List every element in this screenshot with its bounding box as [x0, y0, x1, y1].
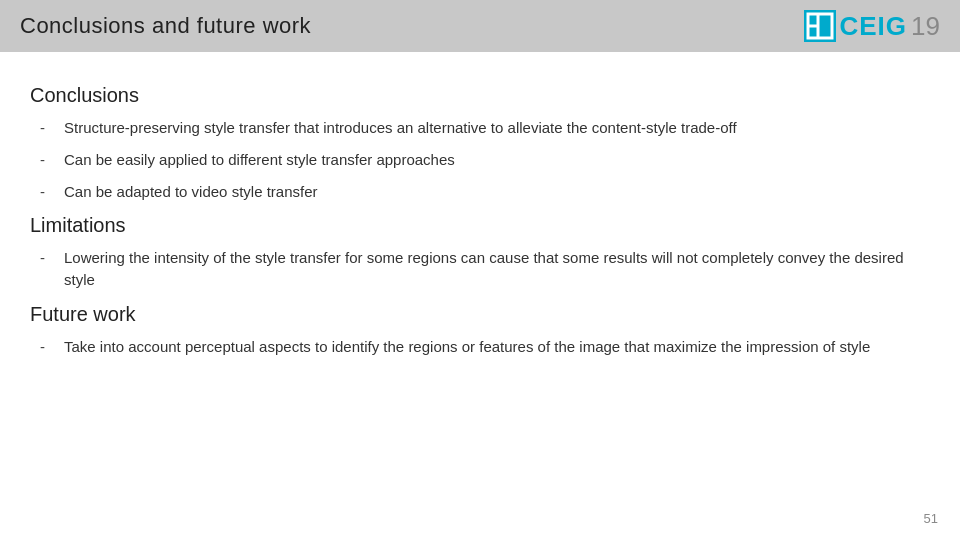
bullet-dash: - [40, 181, 58, 203]
bullet-dash: - [40, 117, 58, 139]
bullet-text: Take into account perceptual aspects to … [64, 336, 870, 358]
future-work-list: - Take into account perceptual aspects t… [40, 336, 930, 358]
conclusions-section: Conclusions - Structure-preserving style… [30, 84, 930, 202]
future-work-title: Future work [30, 303, 930, 326]
slide-title: Conclusions and future work [20, 13, 311, 39]
bullet-dash: - [40, 247, 58, 269]
logo-year-text: 19 [911, 11, 940, 42]
bullet-text: Lowering the intensity of the style tran… [64, 247, 930, 291]
logo-icon [804, 10, 836, 42]
page-number: 51 [924, 511, 938, 526]
conclusions-title: Conclusions [30, 84, 930, 107]
list-item: - Can be easily applied to different sty… [40, 149, 930, 171]
bullet-text: Can be easily applied to different style… [64, 149, 455, 171]
limitations-section: Limitations - Lowering the intensity of … [30, 214, 930, 291]
header-bar: Conclusions and future work CEIG 19 [0, 0, 960, 52]
list-item: - Can be adapted to video style transfer [40, 181, 930, 203]
future-work-section: Future work - Take into account perceptu… [30, 303, 930, 358]
limitations-list: - Lowering the intensity of the style tr… [40, 247, 930, 291]
conclusions-list: - Structure-preserving style transfer th… [40, 117, 930, 202]
list-item: - Structure-preserving style transfer th… [40, 117, 930, 139]
list-item: - Take into account perceptual aspects t… [40, 336, 930, 358]
bullet-dash: - [40, 336, 58, 358]
bullet-text: Can be adapted to video style transfer [64, 181, 318, 203]
list-item: - Lowering the intensity of the style tr… [40, 247, 930, 291]
limitations-title: Limitations [30, 214, 930, 237]
logo-ceig-text: CEIG [840, 11, 908, 42]
slide-content: Conclusions - Structure-preserving style… [0, 52, 960, 388]
logo-area: CEIG 19 [804, 10, 941, 42]
bullet-text: Structure-preserving style transfer that… [64, 117, 737, 139]
bullet-dash: - [40, 149, 58, 171]
